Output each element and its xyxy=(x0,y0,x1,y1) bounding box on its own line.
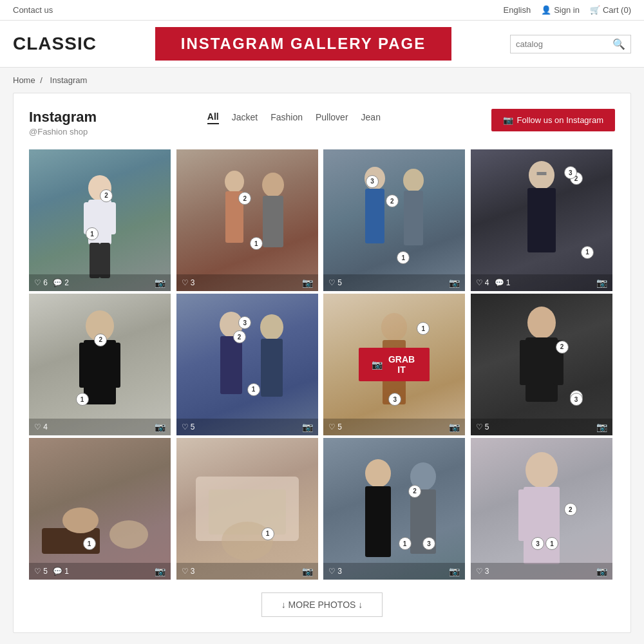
top-bar: Contact us English 👤 Sign in 🛒 Cart (0) xyxy=(0,0,644,21)
filter-tab-fashion[interactable]: Fashion xyxy=(270,112,303,124)
photo-cell-1[interactable]: 1 2 ♡ 6 💬 2 📷 xyxy=(29,149,171,291)
page-banner: INSTAGRAM GALLERY PAGE xyxy=(155,27,451,61)
photo-cell-10[interactable]: 1 ♡ 3 📷 xyxy=(176,438,318,580)
badge-11-1: 1 xyxy=(399,537,412,550)
svg-rect-29 xyxy=(520,340,530,385)
svg-rect-28 xyxy=(526,337,558,402)
filter-tab-jacket[interactable]: Jacket xyxy=(232,112,258,124)
svg-rect-9 xyxy=(263,196,283,247)
comments-4: 💬 1 xyxy=(495,278,511,287)
svg-point-12 xyxy=(403,169,424,192)
page-content: Instagram @Fashion shop All Jacket Fashi… xyxy=(0,93,644,644)
photo-cell-4[interactable]: 1 2 3 ♡ 4 💬 1 📷 xyxy=(471,149,612,291)
photo-grid: 1 2 ♡ 6 💬 2 📷 1 2 xyxy=(29,149,615,580)
svg-rect-4 xyxy=(90,243,100,278)
photo-stats-4: ♡ 4 💬 1 xyxy=(476,278,511,287)
gallery-title: Instagram xyxy=(29,109,97,126)
filter-tab-jean[interactable]: Jean xyxy=(361,112,381,124)
top-bar-left: Contact us xyxy=(13,5,53,15)
search-input[interactable] xyxy=(516,39,612,49)
gallery-title-block: Instagram @Fashion shop xyxy=(29,109,97,137)
svg-point-27 xyxy=(527,307,556,339)
photo-stats-12: ♡ 3 xyxy=(476,567,489,576)
filter-tab-all[interactable]: All xyxy=(207,111,219,124)
svg-point-8 xyxy=(262,173,284,197)
filter-tab-pullover[interactable]: Pullover xyxy=(316,112,348,124)
badge-4-1: 1 xyxy=(581,246,594,259)
likes-4: ♡ 4 xyxy=(476,278,489,287)
instagram-icon-8: 📷 xyxy=(596,422,607,432)
breadcrumb-home[interactable]: Home xyxy=(13,75,35,85)
photo-stats-1: ♡ 6 💬 2 xyxy=(34,278,69,287)
likes-8: ♡ 5 xyxy=(476,422,489,431)
photo-stats-6: ♡ 5 xyxy=(182,422,195,431)
badge-4-3: 3 xyxy=(564,166,577,179)
likes-11: ♡ 3 xyxy=(328,567,342,576)
badge-12-2: 2 xyxy=(564,503,577,516)
svg-point-41 xyxy=(526,452,558,488)
likes-9: ♡ 5 xyxy=(34,567,48,576)
badge-6-2: 2 xyxy=(233,330,246,343)
likes-1: ♡ 6 xyxy=(34,278,48,287)
cart-link[interactable]: 🛒 Cart (0) xyxy=(590,5,631,15)
badge-10-1: 1 xyxy=(261,527,274,540)
photo-footer-4: ♡ 4 💬 1 📷 xyxy=(471,274,612,291)
instagram-icon-5: 📷 xyxy=(155,422,166,432)
svg-rect-22 xyxy=(220,336,242,394)
svg-rect-5 xyxy=(100,243,110,278)
badge-6-1: 1 xyxy=(247,383,260,396)
svg-rect-38 xyxy=(365,486,391,557)
photo-cell-3[interactable]: 1 2 3 ♡ 5 📷 xyxy=(323,149,465,291)
svg-rect-11 xyxy=(365,189,384,243)
breadcrumb-current: Instagram xyxy=(50,75,88,85)
search-button[interactable]: 🔍 xyxy=(612,38,625,50)
photo-cell-6[interactable]: 1 2 3 ♡ 5 📷 xyxy=(176,294,318,435)
photo-stats-2: ♡ 3 xyxy=(182,278,195,287)
language-selector[interactable]: English xyxy=(504,5,531,15)
instagram-icon-4: 📷 xyxy=(596,278,607,288)
badge-11-2: 2 xyxy=(408,485,421,498)
photo-cell-12[interactable]: 1 2 3 ♡ 3 📷 xyxy=(471,438,612,580)
photo-cell-5[interactable]: 1 2 ♡ 4 📷 xyxy=(29,294,171,435)
user-icon: 👤 xyxy=(541,5,551,15)
breadcrumb: Home / Instagram xyxy=(0,68,644,93)
instagram-icon-12: 📷 xyxy=(596,566,607,576)
grab-it-button[interactable]: 📷 GRAB IT xyxy=(359,348,430,381)
photo-footer-11: ♡ 3 📷 xyxy=(323,563,465,580)
photo-footer-8: ♡ 5 📷 xyxy=(471,419,612,435)
gallery-header: Instagram @Fashion shop All Jacket Fashi… xyxy=(29,109,615,137)
grab-it-icon: 📷 xyxy=(372,359,383,370)
photo-cell-9[interactable]: 1 ♡ 5 💬 1 📷 xyxy=(29,438,171,580)
site-logo[interactable]: CLASSIC xyxy=(13,33,97,54)
badge-9-1: 1 xyxy=(83,537,96,550)
badge-1-1: 1 xyxy=(86,227,99,240)
svg-rect-3 xyxy=(107,202,116,234)
svg-point-33 xyxy=(109,520,148,549)
photo-cell-8[interactable]: 1 2 3 ♡ 5 📷 xyxy=(471,294,612,435)
more-photos-button[interactable]: ↓ MORE PHOTOS ↓ xyxy=(261,592,383,617)
badge-3-3: 3 xyxy=(366,175,379,188)
photo-cell-7[interactable]: 1 2 3 📷 GRAB IT ♡ 5 📷 xyxy=(323,294,465,435)
instagram-icon-6: 📷 xyxy=(302,422,313,432)
follow-instagram-button[interactable]: 📷 Follow us on Instagram xyxy=(491,109,615,131)
sign-in-link[interactable]: 👤 Sign in xyxy=(541,5,580,15)
top-bar-right: English 👤 Sign in 🛒 Cart (0) xyxy=(504,5,631,15)
instagram-icon-2: 📷 xyxy=(302,278,313,288)
svg-rect-43 xyxy=(518,489,530,541)
photo-footer-9: ♡ 5 💬 1 📷 xyxy=(29,563,171,580)
photo-cell-11[interactable]: 1 2 3 ♡ 3 📷 xyxy=(323,438,465,580)
instagram-icon-1: 📷 xyxy=(155,278,166,288)
instagram-icon-11: 📷 xyxy=(449,566,460,576)
svg-rect-15 xyxy=(527,188,556,252)
photo-footer-5: ♡ 4 📷 xyxy=(29,419,171,435)
svg-rect-19 xyxy=(79,343,90,388)
photo-footer-7: ♡ 5 📷 xyxy=(323,419,465,435)
photo-footer-3: ♡ 5 📷 xyxy=(323,274,465,291)
photo-cell-2[interactable]: 1 2 ♡ 3 📷 xyxy=(176,149,318,291)
instagram-icon-3: 📷 xyxy=(449,278,460,288)
cart-icon: 🛒 xyxy=(590,5,600,15)
gallery-subtitle: @Fashion shop xyxy=(29,127,97,137)
contact-us-link[interactable]: Contact us xyxy=(13,5,53,15)
comments-1: 💬 2 xyxy=(53,278,69,287)
instagram-icon-7: 📷 xyxy=(449,422,460,432)
